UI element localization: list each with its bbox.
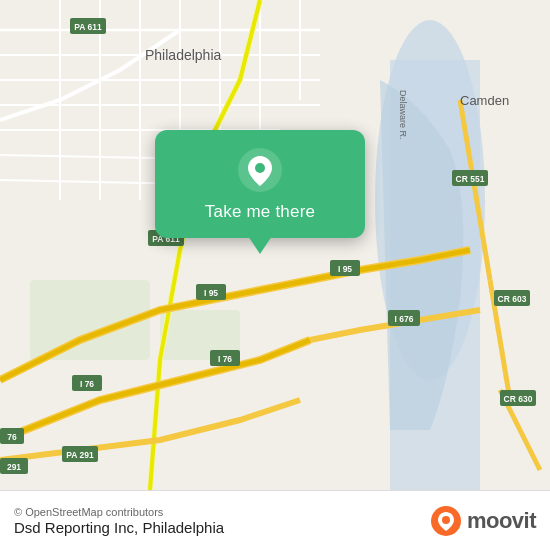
svg-text:PA 611: PA 611 (74, 22, 102, 32)
svg-point-48 (255, 163, 265, 173)
location-pin-icon (238, 148, 282, 192)
svg-text:CR 603: CR 603 (498, 294, 527, 304)
map-container: Delaware R. PA 611 PA 611 I 95 I 95 I 76… (0, 0, 550, 490)
svg-point-50 (442, 516, 450, 524)
svg-text:76: 76 (7, 432, 17, 442)
map-roads: Delaware R. PA 611 PA 611 I 95 I 95 I 76… (0, 0, 550, 490)
moovit-pin-icon (431, 506, 461, 536)
svg-text:291: 291 (7, 462, 21, 472)
svg-text:Delaware R.: Delaware R. (398, 90, 408, 140)
svg-text:CR 630: CR 630 (504, 394, 533, 404)
location-popup: Take me there (155, 130, 365, 238)
svg-text:Camden: Camden (460, 93, 509, 108)
take-me-there-button[interactable]: Take me there (205, 202, 315, 222)
osm-attribution: © OpenStreetMap contributors (14, 506, 224, 518)
svg-text:Philadelphia: Philadelphia (145, 47, 221, 63)
bottom-bar: © OpenStreetMap contributors Dsd Reporti… (0, 490, 550, 550)
svg-text:I 76: I 76 (80, 379, 94, 389)
moovit-logo: moovit (431, 506, 536, 536)
svg-text:CR 551: CR 551 (456, 174, 485, 184)
location-name: Dsd Reporting Inc, Philadelphia (14, 519, 224, 536)
svg-text:I 95: I 95 (338, 264, 352, 274)
svg-text:PA 291: PA 291 (66, 450, 94, 460)
svg-text:I 95: I 95 (204, 288, 218, 298)
moovit-brand-text: moovit (467, 508, 536, 534)
svg-text:I 676: I 676 (395, 314, 414, 324)
bottom-left-info: © OpenStreetMap contributors Dsd Reporti… (14, 506, 224, 536)
svg-text:I 76: I 76 (218, 354, 232, 364)
